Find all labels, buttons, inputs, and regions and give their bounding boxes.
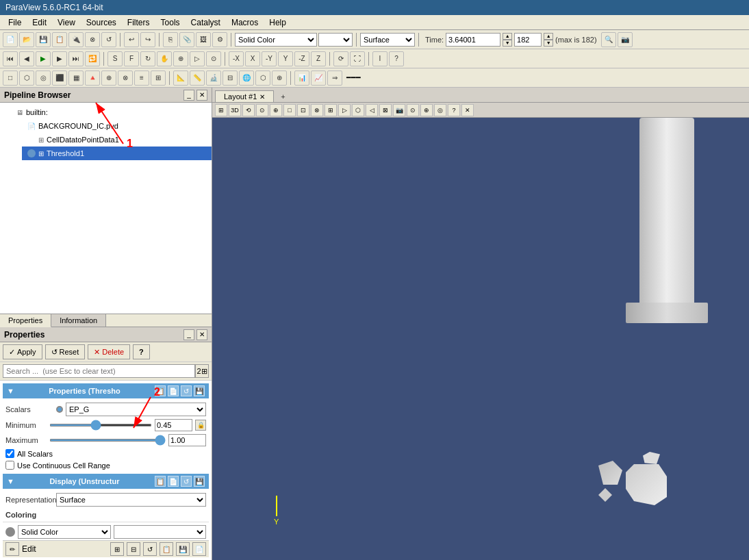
vp-btn-13[interactable]: ⊠ (379, 104, 392, 116)
disconnect-btn[interactable]: ⊗ (85, 32, 100, 47)
menu-tools[interactable]: Tools (155, 16, 186, 29)
tb3-15[interactable]: 🌐 (239, 71, 254, 86)
save-btn[interactable]: 💾 (36, 32, 51, 47)
time-up-btn[interactable]: ▲ (503, 33, 512, 40)
display-refresh-btn[interactable]: ↺ (181, 476, 192, 487)
viewport-tab-layout1[interactable]: Layout #1 ✕ (215, 90, 274, 102)
pipeline-item-background[interactable]: 📄 BACKGROUND_IC.pvd (11, 119, 212, 133)
tb3-18[interactable]: 📊 (294, 71, 309, 86)
tb3-3[interactable]: ◎ (36, 71, 51, 86)
vp-btn-4[interactable]: ⊙ (256, 104, 268, 116)
pan-btn[interactable]: ✋ (157, 51, 172, 66)
tab-properties[interactable]: Properties (0, 314, 51, 327)
next-frame-btn[interactable]: ▶ (52, 51, 67, 66)
tb3-1[interactable]: □ (3, 71, 18, 86)
redo-btn[interactable]: ↪ (140, 32, 155, 47)
properties-close-btn[interactable]: ✕ (196, 329, 207, 340)
last-frame-btn[interactable]: ⏭ (68, 51, 84, 66)
vp-btn-1[interactable]: ⊞ (215, 104, 227, 116)
display-paste-btn[interactable]: 📄 (168, 476, 179, 487)
pick-btn[interactable]: ⊙ (206, 51, 221, 66)
vp-btn-2[interactable]: 3D (229, 104, 241, 116)
vp-btn-6[interactable]: □ (283, 104, 296, 116)
add-layout-btn[interactable]: + (275, 91, 290, 102)
z-neg-btn[interactable]: -Z (294, 51, 309, 66)
reset-button[interactable]: ↺ Reset (45, 344, 86, 359)
save-as-btn[interactable]: 📋 (52, 32, 67, 47)
menu-help[interactable]: Help (264, 16, 292, 29)
vp-btn-11[interactable]: ⬡ (352, 104, 364, 116)
menu-edit[interactable]: Edit (27, 16, 52, 29)
menu-catalyst[interactable]: Catalyst (186, 16, 226, 29)
minimum-lock-btn[interactable]: 🔒 (195, 420, 206, 431)
vp-btn-5[interactable]: ⊕ (270, 104, 282, 116)
maximum-input[interactable] (168, 434, 206, 446)
bar-btn2[interactable]: ⊟ (127, 542, 140, 556)
menu-view[interactable]: View (52, 16, 81, 29)
minimum-input[interactable] (155, 419, 192, 431)
vp-btn-19[interactable]: ✕ (461, 104, 474, 116)
delete-button[interactable]: ✕ Delete (88, 344, 130, 359)
y-neg-btn[interactable]: -Y (262, 51, 277, 66)
screenshot-btn[interactable]: 🖼 (196, 32, 211, 47)
vp-btn-15[interactable]: ⊙ (407, 104, 419, 116)
connect-btn[interactable]: 🔌 (68, 32, 84, 47)
color-dropdown[interactable]: Solid Color (235, 33, 317, 47)
bar-btn3[interactable]: ↺ (143, 542, 157, 556)
pipeline-item-threshold[interactable]: ⊞ Threshold1 (22, 147, 212, 160)
vp-btn-18[interactable]: ? (448, 104, 460, 116)
vp-btn-16[interactable]: ⊕ (420, 104, 433, 116)
all-scalars-checkbox[interactable] (5, 449, 14, 458)
vp-btn-8[interactable]: ⊗ (311, 104, 323, 116)
play-btn[interactable]: ▶ (36, 51, 51, 66)
pipeline-close-btn[interactable]: ✕ (196, 90, 207, 101)
undo-btn[interactable]: ↩ (124, 32, 139, 47)
vp-btn-9[interactable]: ⊞ (325, 104, 337, 116)
time-input[interactable] (446, 33, 500, 47)
menu-sources[interactable]: Sources (81, 16, 122, 29)
menu-macros[interactable]: Macros (226, 16, 264, 29)
search-input[interactable] (3, 364, 195, 378)
display-save-btn[interactable]: 💾 (194, 476, 205, 487)
copy-btn[interactable]: ⎘ (163, 32, 178, 47)
first-frame-btn[interactable]: ⏮ (3, 51, 18, 66)
pipeline-item-builtin[interactable]: 🖥 builtin: (0, 105, 212, 119)
loop-btn[interactable]: 🔁 (85, 51, 100, 66)
bar-btn1[interactable]: ⊞ (110, 542, 124, 556)
tb3-5[interactable]: ▦ (68, 71, 84, 86)
select-btn[interactable]: ▷ (190, 51, 205, 66)
vp-btn-10[interactable]: ▷ (338, 104, 351, 116)
z-pos-btn[interactable]: Z (311, 51, 326, 66)
color-map-dropdown[interactable] (318, 33, 353, 47)
tb3-13[interactable]: 🔬 (206, 71, 221, 86)
section-refresh-btn[interactable]: ↺ (181, 385, 192, 396)
display-section-header[interactable]: ▼ Display (Unstructur 📋 📄 ↺ 💾 (3, 474, 209, 489)
representation-dropdown[interactable]: Surface (56, 493, 206, 507)
apply-button[interactable]: ✓ Apply (3, 344, 42, 359)
prev-frame-btn[interactable]: ◀ (19, 51, 34, 66)
tb3-2[interactable]: ⬡ (19, 71, 34, 86)
tb3-11[interactable]: 📐 (173, 71, 188, 86)
vp-btn-7[interactable]: ⊡ (297, 104, 309, 116)
tb3-19[interactable]: 📈 (311, 71, 326, 86)
x-neg-btn[interactable]: -X (229, 51, 244, 66)
pipeline-item-celldata[interactable]: ⊞ CellDatatoPointData1 (22, 133, 212, 147)
interact-btn[interactable]: I (372, 51, 388, 66)
tb3-4[interactable]: ⬛ (52, 71, 67, 86)
vp-btn-3[interactable]: ⟲ (242, 104, 255, 116)
tb3-12[interactable]: 📏 (190, 71, 205, 86)
maximum-slider[interactable] (49, 439, 166, 442)
section-copy-btn[interactable]: 📋 (155, 385, 166, 396)
properties-minimize-btn[interactable]: _ (183, 329, 194, 340)
y-pos-btn[interactable]: Y (278, 51, 293, 66)
tb3-14[interactable]: ⊟ (223, 71, 238, 86)
frame-input[interactable] (514, 33, 542, 47)
filter-btn[interactable]: F (124, 51, 139, 66)
viewport-tab-close[interactable]: ✕ (259, 93, 265, 101)
camera2-btn[interactable]: 📷 (618, 32, 633, 47)
tb3-10[interactable]: ⊞ (151, 71, 166, 86)
vp-btn-12[interactable]: ◁ (366, 104, 378, 116)
bar-btn5[interactable]: 💾 (176, 542, 190, 556)
tb3-16[interactable]: ⬡ (255, 71, 270, 86)
scalars-dropdown[interactable]: EP_G (66, 403, 206, 416)
